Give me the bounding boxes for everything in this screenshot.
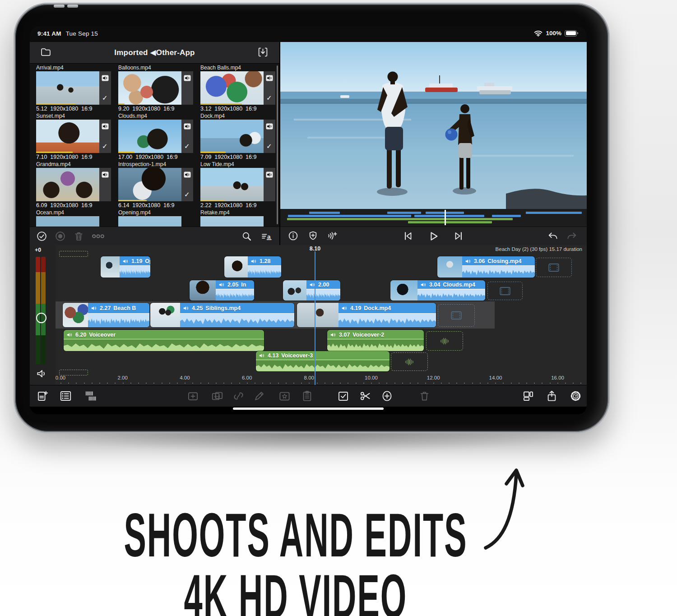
library-clip[interactable]: Introspection-1.mp4 ✓ 6.14 1920x1080 16:…: [118, 161, 196, 209]
library-clip[interactable]: Retake.mp4: [200, 209, 275, 227]
delete-clip-icon[interactable]: [418, 390, 431, 402]
playhead[interactable]: [315, 251, 315, 385]
import-icon[interactable]: [257, 46, 269, 58]
ruler-tick: [301, 383, 302, 384]
library-clip[interactable]: Ocean.mp4: [36, 209, 114, 227]
ruler-label: 8.00: [304, 375, 314, 380]
clip-rail: ✓: [264, 120, 275, 153]
overview-clip-bar: [408, 221, 492, 223]
timeline-clip-in[interactable]: 2.05In: [190, 280, 254, 301]
skip-back-icon[interactable]: [402, 230, 414, 242]
timeline-clip-voiceover-3[interactable]: 4.13Voiceover-3: [256, 351, 390, 371]
undo-icon[interactable]: [547, 230, 559, 242]
meter-knob[interactable]: [36, 313, 46, 323]
info-icon[interactable]: [287, 230, 299, 242]
library-clip[interactable]: Opening.mp4: [118, 209, 196, 227]
sort-icon[interactable]: a: [261, 231, 272, 242]
volume-down-button[interactable]: [67, 5, 78, 8]
library-scrollbar[interactable]: [277, 65, 278, 224]
clip-title: Beach B: [113, 305, 136, 311]
timeline-clip-siblings-mp4[interactable]: 4.25Siblings.mp4: [150, 303, 294, 327]
timeline-clip-1-28[interactable]: 1.28: [224, 256, 281, 278]
clip-title: Voiceover-3: [281, 352, 313, 359]
clip-label: 4.13Voiceover-3: [256, 351, 390, 360]
audio-placeholder: [391, 352, 428, 371]
home-indicator[interactable]: [233, 408, 384, 410]
ruler-tick: [262, 383, 263, 384]
wifi-icon: [534, 30, 543, 37]
clip-rail: ✓: [99, 71, 111, 105]
timeline-overview: [280, 209, 587, 227]
overview-clip-bar: [387, 212, 421, 214]
clip-title: Oper: [145, 258, 150, 264]
clip-frame-thumb: [390, 280, 417, 301]
timeline-clip-oper[interactable]: 1.19Oper: [101, 256, 150, 278]
overwrite-clip-icon[interactable]: [211, 390, 223, 402]
timeline-clip-beach-b[interactable]: 2.27Beach B: [63, 303, 149, 327]
ruler-tick: [317, 383, 318, 384]
share-export-icon[interactable]: [546, 390, 558, 402]
library-clip[interactable]: Balloons.mp4 9.20 1920x1080 16:9: [118, 64, 196, 112]
selected-check-icon: ✓: [102, 94, 108, 102]
ruler-tick: [573, 383, 574, 384]
storyboard-view-icon[interactable]: [60, 390, 72, 402]
effects-star-icon[interactable]: [278, 390, 291, 402]
selected-check-icon: ✓: [266, 94, 272, 102]
library-clip[interactable]: Arrival.mp4 ✓ 5.12 1920x1080 16:9: [36, 64, 114, 112]
ruler-tick: [192, 383, 193, 384]
search-icon[interactable]: [241, 231, 252, 242]
trash-icon[interactable]: [73, 231, 84, 242]
usage-bar: [200, 152, 226, 153]
clipboard-icon[interactable]: [301, 390, 313, 402]
timeline-panel: Beach Day (2) (30 fps) 15.17 duration 1.…: [30, 245, 587, 385]
timeline-clip-2-00[interactable]: 2.00: [283, 280, 340, 301]
layout-icon[interactable]: [522, 390, 534, 402]
select-mode-icon[interactable]: [36, 231, 47, 242]
media-type-icon: [184, 75, 191, 83]
settings-gear-icon[interactable]: ?: [570, 390, 582, 402]
svg-text:a: a: [267, 233, 271, 240]
record-icon[interactable]: [55, 231, 66, 242]
speaker-icon[interactable]: [36, 368, 47, 380]
clip-name: Low Tide.mp4: [200, 161, 275, 168]
split-scissors-icon[interactable]: [359, 390, 371, 402]
overview-playhead[interactable]: [445, 210, 446, 225]
timeline-ruler[interactable]: 0.002.004.006.008.0010.0012.0014.0016.00: [56, 375, 587, 385]
select-check-icon[interactable]: [337, 390, 349, 402]
battery-percent: 100%: [546, 30, 561, 37]
play-icon[interactable]: [427, 230, 439, 242]
tracks-view-icon[interactable]: [85, 390, 97, 402]
clip-waveform: [88, 313, 149, 327]
clip-frame-thumb: [63, 303, 88, 327]
clip-rail: [264, 168, 275, 201]
timeline-clip-voiceover-2[interactable]: 3.07Voiceover-2: [327, 330, 424, 351]
timeline-clip-clouds-mp4[interactable]: 3.04Clouds.mp4: [390, 280, 485, 301]
clip-thumbnail: [200, 168, 264, 201]
timeline-clip-closing-mp4[interactable]: 3.06Closing.mp4: [437, 256, 535, 278]
clip-duration: 4.19: [350, 305, 361, 311]
volume-up-button[interactable]: [54, 5, 65, 8]
library-clip[interactable]: Low Tide.mp4 2.22 1920x1080 16:9: [200, 161, 275, 209]
shield-plus-icon[interactable]: [307, 230, 319, 242]
add-media-icon[interactable]: [37, 390, 49, 402]
link-clips-icon[interactable]: [232, 390, 245, 402]
timeline-clip-dock-mp4[interactable]: 4.19Dock.mp4: [297, 303, 436, 327]
redo-icon[interactable]: [566, 230, 578, 242]
insert-clip-icon[interactable]: [187, 390, 199, 402]
add-circle-icon[interactable]: [381, 390, 393, 402]
ruler-label: 0.00: [56, 375, 65, 380]
edit-pencil-icon[interactable]: [253, 390, 265, 402]
library-header: Imported ◀Other-App: [30, 42, 279, 64]
library-clip[interactable]: Sunset.mp4 ✓ 7.10 1920x1080 16:9: [36, 112, 114, 161]
library-clip[interactable]: Beach Balls.mp4 ✓ 3.12 1920x1080 16:9: [200, 64, 275, 112]
library-clip[interactable]: Grandma.mp4 6.09 1920x1080 16:9: [36, 161, 114, 209]
video-placeholder: [487, 282, 523, 300]
audio-plus-icon[interactable]: [326, 230, 338, 242]
ipad-device: 9:41 AMTue Sep 15 100% Imported ◀Other-A…: [14, 3, 610, 433]
library-clip[interactable]: Dock.mp4 ✓ 7.09 1920x1080 16:9: [200, 112, 275, 161]
more-ellipsis-icon[interactable]: [92, 231, 103, 242]
timeline-clip-voiceover[interactable]: 6.20Voiceover: [64, 330, 264, 351]
ruler-tick: [68, 383, 69, 384]
library-clip[interactable]: Clouds.mp4 ✓ 17.00 1920x1080 16:9: [118, 112, 196, 161]
skip-forward-icon[interactable]: [453, 230, 464, 242]
